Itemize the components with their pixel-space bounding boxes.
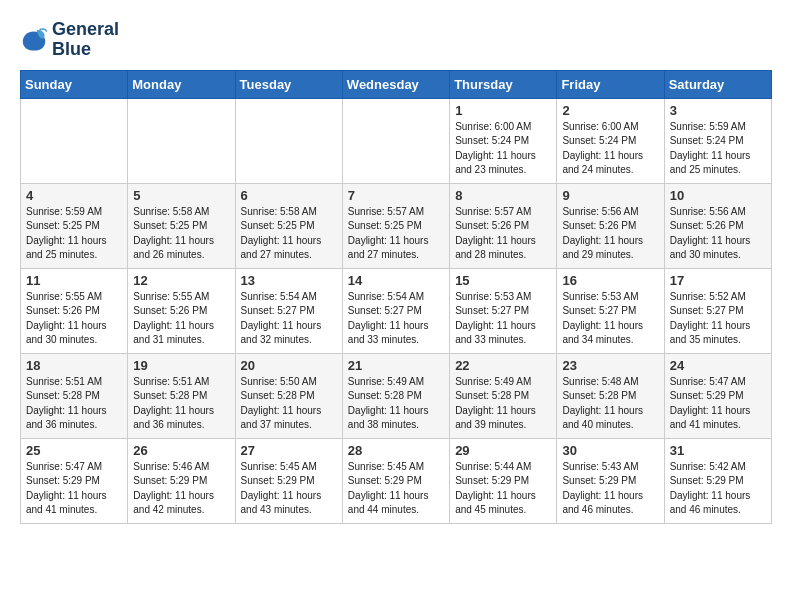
day-number: 2	[562, 103, 658, 118]
day-number: 31	[670, 443, 766, 458]
day-cell: 12Sunrise: 5:55 AMSunset: 5:26 PMDayligh…	[128, 268, 235, 353]
day-info: Sunrise: 5:53 AMSunset: 5:27 PMDaylight:…	[562, 290, 658, 348]
day-info: Sunrise: 5:45 AMSunset: 5:29 PMDaylight:…	[241, 460, 337, 518]
day-number: 7	[348, 188, 444, 203]
day-number: 30	[562, 443, 658, 458]
day-cell	[235, 98, 342, 183]
week-row-5: 25Sunrise: 5:47 AMSunset: 5:29 PMDayligh…	[21, 438, 772, 523]
day-number: 14	[348, 273, 444, 288]
day-cell	[128, 98, 235, 183]
day-info: Sunrise: 5:56 AMSunset: 5:26 PMDaylight:…	[670, 205, 766, 263]
day-info: Sunrise: 5:44 AMSunset: 5:29 PMDaylight:…	[455, 460, 551, 518]
day-cell: 6Sunrise: 5:58 AMSunset: 5:25 PMDaylight…	[235, 183, 342, 268]
day-number: 22	[455, 358, 551, 373]
day-cell: 16Sunrise: 5:53 AMSunset: 5:27 PMDayligh…	[557, 268, 664, 353]
day-info: Sunrise: 5:51 AMSunset: 5:28 PMDaylight:…	[133, 375, 229, 433]
weekday-header-row: SundayMondayTuesdayWednesdayThursdayFrid…	[21, 70, 772, 98]
day-info: Sunrise: 5:59 AMSunset: 5:25 PMDaylight:…	[26, 205, 122, 263]
day-number: 17	[670, 273, 766, 288]
day-info: Sunrise: 5:48 AMSunset: 5:28 PMDaylight:…	[562, 375, 658, 433]
logo-text: General Blue	[52, 20, 119, 60]
day-cell: 3Sunrise: 5:59 AMSunset: 5:24 PMDaylight…	[664, 98, 771, 183]
day-info: Sunrise: 5:51 AMSunset: 5:28 PMDaylight:…	[26, 375, 122, 433]
week-row-1: 1Sunrise: 6:00 AMSunset: 5:24 PMDaylight…	[21, 98, 772, 183]
day-info: Sunrise: 5:58 AMSunset: 5:25 PMDaylight:…	[133, 205, 229, 263]
day-cell: 4Sunrise: 5:59 AMSunset: 5:25 PMDaylight…	[21, 183, 128, 268]
day-cell: 25Sunrise: 5:47 AMSunset: 5:29 PMDayligh…	[21, 438, 128, 523]
day-cell: 9Sunrise: 5:56 AMSunset: 5:26 PMDaylight…	[557, 183, 664, 268]
day-info: Sunrise: 5:47 AMSunset: 5:29 PMDaylight:…	[26, 460, 122, 518]
day-cell: 24Sunrise: 5:47 AMSunset: 5:29 PMDayligh…	[664, 353, 771, 438]
day-info: Sunrise: 5:52 AMSunset: 5:27 PMDaylight:…	[670, 290, 766, 348]
day-info: Sunrise: 5:49 AMSunset: 5:28 PMDaylight:…	[455, 375, 551, 433]
day-cell: 31Sunrise: 5:42 AMSunset: 5:29 PMDayligh…	[664, 438, 771, 523]
day-info: Sunrise: 5:43 AMSunset: 5:29 PMDaylight:…	[562, 460, 658, 518]
day-cell: 30Sunrise: 5:43 AMSunset: 5:29 PMDayligh…	[557, 438, 664, 523]
day-info: Sunrise: 6:00 AMSunset: 5:24 PMDaylight:…	[455, 120, 551, 178]
weekday-header-thursday: Thursday	[450, 70, 557, 98]
day-number: 28	[348, 443, 444, 458]
day-cell: 7Sunrise: 5:57 AMSunset: 5:25 PMDaylight…	[342, 183, 449, 268]
day-number: 15	[455, 273, 551, 288]
day-cell	[21, 98, 128, 183]
day-cell: 17Sunrise: 5:52 AMSunset: 5:27 PMDayligh…	[664, 268, 771, 353]
day-number: 26	[133, 443, 229, 458]
day-info: Sunrise: 5:46 AMSunset: 5:29 PMDaylight:…	[133, 460, 229, 518]
day-info: Sunrise: 6:00 AMSunset: 5:24 PMDaylight:…	[562, 120, 658, 178]
day-cell	[342, 98, 449, 183]
day-info: Sunrise: 5:53 AMSunset: 5:27 PMDaylight:…	[455, 290, 551, 348]
day-number: 23	[562, 358, 658, 373]
day-cell: 5Sunrise: 5:58 AMSunset: 5:25 PMDaylight…	[128, 183, 235, 268]
day-info: Sunrise: 5:57 AMSunset: 5:26 PMDaylight:…	[455, 205, 551, 263]
week-row-3: 11Sunrise: 5:55 AMSunset: 5:26 PMDayligh…	[21, 268, 772, 353]
day-cell: 15Sunrise: 5:53 AMSunset: 5:27 PMDayligh…	[450, 268, 557, 353]
day-info: Sunrise: 5:55 AMSunset: 5:26 PMDaylight:…	[26, 290, 122, 348]
logo-icon	[20, 26, 48, 54]
day-cell: 1Sunrise: 6:00 AMSunset: 5:24 PMDaylight…	[450, 98, 557, 183]
day-info: Sunrise: 5:42 AMSunset: 5:29 PMDaylight:…	[670, 460, 766, 518]
day-number: 4	[26, 188, 122, 203]
day-number: 20	[241, 358, 337, 373]
day-cell: 10Sunrise: 5:56 AMSunset: 5:26 PMDayligh…	[664, 183, 771, 268]
weekday-header-tuesday: Tuesday	[235, 70, 342, 98]
page-header: General Blue	[20, 20, 772, 60]
day-info: Sunrise: 5:57 AMSunset: 5:25 PMDaylight:…	[348, 205, 444, 263]
day-info: Sunrise: 5:58 AMSunset: 5:25 PMDaylight:…	[241, 205, 337, 263]
weekday-header-friday: Friday	[557, 70, 664, 98]
day-info: Sunrise: 5:54 AMSunset: 5:27 PMDaylight:…	[241, 290, 337, 348]
day-number: 19	[133, 358, 229, 373]
day-cell: 29Sunrise: 5:44 AMSunset: 5:29 PMDayligh…	[450, 438, 557, 523]
day-cell: 28Sunrise: 5:45 AMSunset: 5:29 PMDayligh…	[342, 438, 449, 523]
day-number: 11	[26, 273, 122, 288]
day-cell: 22Sunrise: 5:49 AMSunset: 5:28 PMDayligh…	[450, 353, 557, 438]
day-number: 5	[133, 188, 229, 203]
day-number: 18	[26, 358, 122, 373]
day-cell: 23Sunrise: 5:48 AMSunset: 5:28 PMDayligh…	[557, 353, 664, 438]
day-cell: 13Sunrise: 5:54 AMSunset: 5:27 PMDayligh…	[235, 268, 342, 353]
day-cell: 11Sunrise: 5:55 AMSunset: 5:26 PMDayligh…	[21, 268, 128, 353]
weekday-header-wednesday: Wednesday	[342, 70, 449, 98]
day-info: Sunrise: 5:45 AMSunset: 5:29 PMDaylight:…	[348, 460, 444, 518]
day-number: 16	[562, 273, 658, 288]
day-number: 1	[455, 103, 551, 118]
day-info: Sunrise: 5:49 AMSunset: 5:28 PMDaylight:…	[348, 375, 444, 433]
day-cell: 27Sunrise: 5:45 AMSunset: 5:29 PMDayligh…	[235, 438, 342, 523]
day-number: 8	[455, 188, 551, 203]
day-cell: 18Sunrise: 5:51 AMSunset: 5:28 PMDayligh…	[21, 353, 128, 438]
day-cell: 21Sunrise: 5:49 AMSunset: 5:28 PMDayligh…	[342, 353, 449, 438]
day-info: Sunrise: 5:47 AMSunset: 5:29 PMDaylight:…	[670, 375, 766, 433]
day-number: 25	[26, 443, 122, 458]
day-info: Sunrise: 5:59 AMSunset: 5:24 PMDaylight:…	[670, 120, 766, 178]
day-number: 3	[670, 103, 766, 118]
day-cell: 8Sunrise: 5:57 AMSunset: 5:26 PMDaylight…	[450, 183, 557, 268]
day-number: 10	[670, 188, 766, 203]
day-cell: 19Sunrise: 5:51 AMSunset: 5:28 PMDayligh…	[128, 353, 235, 438]
day-cell: 14Sunrise: 5:54 AMSunset: 5:27 PMDayligh…	[342, 268, 449, 353]
day-info: Sunrise: 5:54 AMSunset: 5:27 PMDaylight:…	[348, 290, 444, 348]
day-cell: 20Sunrise: 5:50 AMSunset: 5:28 PMDayligh…	[235, 353, 342, 438]
day-info: Sunrise: 5:56 AMSunset: 5:26 PMDaylight:…	[562, 205, 658, 263]
calendar-table: SundayMondayTuesdayWednesdayThursdayFrid…	[20, 70, 772, 524]
day-number: 9	[562, 188, 658, 203]
weekday-header-monday: Monday	[128, 70, 235, 98]
day-cell: 2Sunrise: 6:00 AMSunset: 5:24 PMDaylight…	[557, 98, 664, 183]
